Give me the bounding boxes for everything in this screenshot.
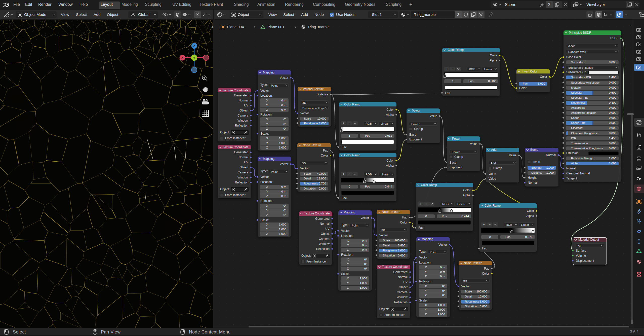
svg-text:Y: Y bbox=[193, 56, 195, 60]
svg-text:X: X bbox=[181, 56, 184, 60]
svg-text:Z: Z bbox=[193, 44, 195, 48]
